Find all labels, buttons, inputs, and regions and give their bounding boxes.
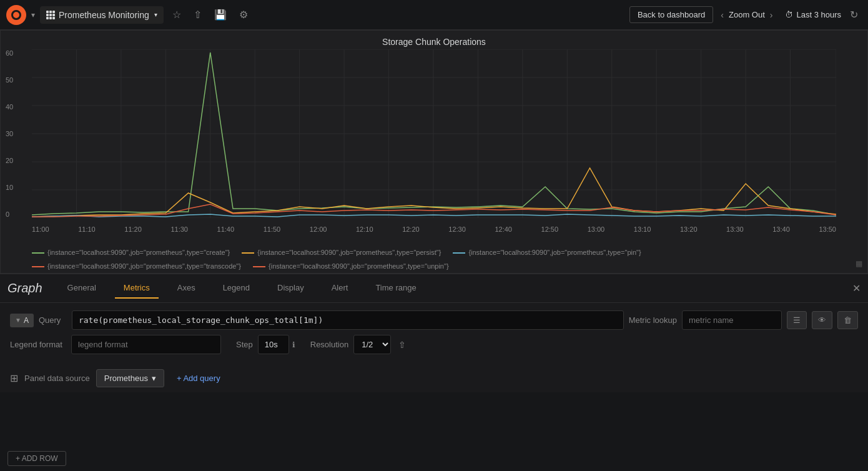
legend-item-pin: {instance="localhost:9090",job="promethe… <box>453 247 641 259</box>
tab-legend[interactable]: Legend <box>214 278 259 299</box>
metric-name-input[interactable] <box>682 310 782 330</box>
datasource-name: Prometheus <box>104 374 148 383</box>
metrics-content: ▼ A Query Metric lookup ☰ 👁 🗑 Legend for… <box>0 303 868 362</box>
legend-line-persist <box>242 252 254 254</box>
grafana-logo-button[interactable] <box>6 5 26 25</box>
delete-query-button[interactable]: 🗑 <box>837 311 858 329</box>
dashboard-title-button[interactable]: Prometheus Monitoring ▾ <box>40 6 164 24</box>
refresh-button[interactable]: ↻ <box>846 6 862 23</box>
footer: + ADD ROW <box>0 446 74 471</box>
legend-item-unpin: {instance="localhost:9090",job="promethe… <box>253 260 449 273</box>
datasource-label: Panel data source <box>24 374 90 383</box>
chart-title: Storage Chunk Operations <box>1 31 867 49</box>
datasource-row: ⊞ Panel data source Prometheus ▾ + Add q… <box>0 362 868 392</box>
chart-corner-icon: ▦ <box>856 259 862 268</box>
resolution-select[interactable]: 1/1 1/2 1/3 1/4 1/5 1/10 <box>353 335 391 354</box>
dashboard-grid-icon <box>46 11 55 19</box>
tab-axes[interactable]: Axes <box>169 278 204 299</box>
dashboard-title-dropdown-arrow: ▾ <box>154 11 157 18</box>
datasource-select-button[interactable]: Prometheus ▾ <box>96 369 164 387</box>
zoom-section: ‹ Zoom Out › <box>718 9 775 21</box>
resolution-label: Resolution <box>310 340 348 349</box>
query-text-label: Query <box>39 315 67 325</box>
legend-line-pin <box>453 252 465 254</box>
query-a-letter: A <box>24 316 29 325</box>
panel-edit-header: Graph General Metrics Axes Legend Displa… <box>0 274 868 303</box>
list-metrics-button[interactable]: ☰ <box>787 311 807 329</box>
legend-format-input[interactable] <box>71 335 221 354</box>
settings-button[interactable]: ⚙ <box>235 6 252 23</box>
export-button[interactable]: ⇧ <box>395 336 410 354</box>
tab-time-range[interactable]: Time range <box>367 278 425 299</box>
step-info-icon: ℹ <box>292 340 295 349</box>
save-button[interactable]: 💾 <box>210 6 230 23</box>
zoom-forward-button[interactable]: › <box>767 9 776 21</box>
legend-item-persist: {instance="localhost:9090",job="promethe… <box>242 247 441 259</box>
query-row: ▼ A Query Metric lookup ☰ 👁 🗑 <box>10 310 858 330</box>
back-to-dashboard-button[interactable]: Back to dashboard <box>629 6 713 23</box>
tab-alert[interactable]: Alert <box>323 278 357 299</box>
dashboard-title: Prometheus Monitoring <box>59 10 149 20</box>
toggle-query-button[interactable]: 👁 <box>812 311 832 329</box>
legend-line-transcode <box>32 266 44 267</box>
y-axis-labels: 60 50 40 30 20 10 0 <box>6 49 13 218</box>
add-row-button[interactable]: + ADD ROW <box>7 451 66 466</box>
legend-line-create <box>32 252 44 254</box>
logo-dropdown-arrow: ▾ <box>31 11 35 19</box>
legend-format-label: Legend format <box>10 340 66 349</box>
datasource-icon: ⊞ <box>10 372 18 384</box>
chart-svg <box>32 49 836 218</box>
zoom-label: Zoom Out <box>729 10 765 19</box>
legend-item-transcode: {instance="localhost:9090",job="promethe… <box>32 260 241 273</box>
step-input-wrap: ℹ <box>258 335 295 354</box>
step-label: Step <box>236 340 253 349</box>
grafana-logo-icon <box>11 10 21 20</box>
time-range-display: ⏱ Last 3 hours <box>785 10 841 19</box>
legend-row: Legend format Step ℹ Resolution 1/1 1/2 … <box>10 335 858 354</box>
query-input[interactable] <box>72 310 624 330</box>
share-button[interactable]: ⇧ <box>190 6 205 23</box>
legend-item-create: {instance="localhost:9090",job="promethe… <box>32 247 230 259</box>
close-panel-button[interactable]: ✕ <box>852 282 861 294</box>
zoom-back-button[interactable]: ‹ <box>718 9 726 21</box>
add-query-button[interactable]: + Add query <box>170 370 227 387</box>
metric-lookup-label: Metric lookup <box>629 315 677 325</box>
time-range-label: Last 3 hours <box>796 10 841 19</box>
chart-legend: {instance="localhost:9090",job="promethe… <box>1 243 867 275</box>
tab-general[interactable]: General <box>59 278 105 299</box>
legend-line-unpin <box>253 266 265 267</box>
panel-graph-title: Graph <box>7 281 42 295</box>
chart-inner: 60 50 40 30 20 10 0 <box>32 49 836 218</box>
step-input[interactable] <box>258 335 289 354</box>
chart-container: Storage Chunk Operations 60 50 40 30 20 … <box>0 30 868 274</box>
collapse-arrow-icon: ▼ <box>15 317 21 324</box>
header-right: Back to dashboard ‹ Zoom Out › ⏱ Last 3 … <box>629 6 862 23</box>
clock-icon: ⏱ <box>785 10 793 19</box>
tab-metrics[interactable]: Metrics <box>115 278 159 299</box>
panel-edit: Graph General Metrics Axes Legend Displa… <box>0 274 868 392</box>
resolution-select-wrap: 1/1 1/2 1/3 1/4 1/5 1/10 ⇧ <box>353 335 410 354</box>
x-axis-labels: 11:00 11:10 11:20 11:30 11:40 11:50 12:0… <box>32 226 836 233</box>
query-label-a: ▼ A <box>10 314 34 327</box>
star-button[interactable]: ☆ <box>169 6 185 23</box>
top-header: ▾ Prometheus Monitoring ▾ ☆ ⇧ 💾 ⚙ Back t… <box>0 0 868 30</box>
tab-display[interactable]: Display <box>269 278 313 299</box>
datasource-dropdown-arrow: ▾ <box>152 374 156 383</box>
